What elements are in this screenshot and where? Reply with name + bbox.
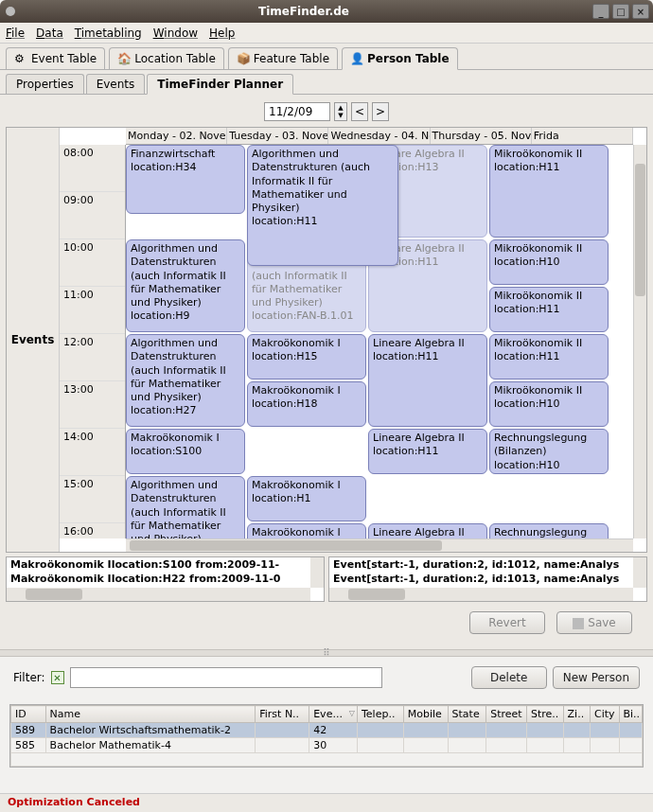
subtab-events[interactable]: Events [86,74,146,94]
time-cell: 10:00 [60,239,125,287]
clear-filter-icon[interactable]: ✕ [51,671,64,684]
gear-icon: ⚙ [14,52,27,65]
calendar-event[interactable]: Mikroökonomik II location:H10 [489,381,609,427]
column-header[interactable]: Street [486,706,527,723]
day-header: Monday - 02. NovemlTuesday - 03. NoverrW… [126,128,633,145]
menu-timetabling[interactable]: Timetabling [75,26,142,40]
house-icon: 🏠 [117,52,131,65]
date-spinner[interactable]: ▲▼ [334,102,347,121]
menu-bar: File Data Timetabling Window Help [0,23,653,44]
calendar-event[interactable]: Mikroökonomik II location:H11 [489,334,609,380]
column-header[interactable]: City [591,706,620,723]
new-person-button[interactable]: New Person [553,666,640,689]
calendar-event[interactable]: Makroökonomik I location:H18 [247,381,366,427]
delete-button[interactable]: Delete [471,666,547,689]
day-header-cell: Thursday - 05. Nover [431,128,532,144]
day-header-cell: Tuesday - 03. Noverr [227,128,328,144]
time-cell: 08:00 [60,145,125,192]
calendar-event[interactable]: Algorithmen und Datenstrukturen (auch In… [126,239,245,332]
table-header-row[interactable]: IDNameFirst N..Eve...Telep..MobileStateS… [11,706,643,723]
planner-grid: Events Monday - 02. NovemlTuesday - 03. … [6,127,647,553]
calendar-event[interactable]: Makroökonomik I location:H1 [247,476,366,521]
time-cell: 12:00 [60,334,125,381]
details-left[interactable]: Makroökonomik Ilocation:S100 from:2009-1… [6,556,325,602]
planner-panel: ▲▼ < > Events Monday - 02. NovemlTuesday… [0,95,653,649]
close-button[interactable]: × [632,4,649,19]
window-buttons: _ □ × [592,4,653,19]
calendar-event[interactable]: Algorithmen und Datenstrukturen (auch In… [247,145,398,266]
menu-help[interactable]: Help [209,26,235,40]
status-bar: Optimization Canceled [0,793,653,812]
horizontal-scrollbar[interactable] [126,538,633,552]
time-cell: 09:00 [60,192,125,239]
time-cell: 13:00 [60,381,125,429]
person-table[interactable]: IDNameFirst N..Eve...Telep..MobileStateS… [9,704,644,768]
maximize-button[interactable]: □ [612,4,629,19]
minimize-button[interactable]: _ [592,4,609,19]
calendar-event[interactable]: Rechnungslegung (Bilanzen) location:H10 [489,429,609,474]
action-row: Revert Save [6,602,647,644]
time-cell: 11:00 [60,287,125,334]
calendar-event[interactable]: Algorithmen und Datenstrukturen (auch In… [126,334,245,427]
time-cell: 16:00 [60,523,125,552]
table-row[interactable] [11,753,643,767]
window-title: TimeFinder.de [15,5,592,18]
calendar-event[interactable]: Makroökonomik I location:S100 [126,429,245,474]
split-divider[interactable] [0,649,653,657]
tab-person-table[interactable]: 👤Person Table [342,47,458,70]
prev-button[interactable]: < [351,102,368,121]
column-header[interactable]: Stre.. [526,706,563,723]
column-header[interactable]: Name [45,706,256,723]
table-row[interactable]: 585Bachelor Mathematik-430 [11,738,643,753]
title-bar: TimeFinder.de _ □ × [0,0,653,23]
filter-row: Filter: ✕ Delete New Person [0,657,653,698]
date-controls: ▲▼ < > [6,100,647,123]
details-right[interactable]: Event[start:-1, duration:2, id:1012, nam… [328,556,647,602]
calendar-event[interactable]: Mikroökonomik II location:H11 [489,287,609,332]
column-header[interactable]: Mobile [403,706,448,723]
filter-input[interactable] [70,667,382,688]
time-cell: 15:00 [60,476,125,523]
calendar-event[interactable]: Mikroökonomik II location:H11 [489,145,609,238]
box-icon: 📦 [237,52,250,65]
menu-data[interactable]: Data [36,26,63,40]
view-tabs: ⚙Event Table 🏠Location Table 📦Feature Ta… [0,44,653,70]
details-row: Makroökonomik Ilocation:S100 from:2009-1… [6,556,647,602]
table-row[interactable]: 589Bachelor Wirtschaftsmathematik-242 [11,723,643,738]
tab-event-table[interactable]: ⚙Event Table [6,47,105,69]
app-menu-dot[interactable] [6,7,15,16]
day-header-cell: Monday - 02. Noveml [126,128,227,144]
time-cell: 14:00 [60,429,125,476]
column-header[interactable]: Bi.. [619,706,642,723]
person-icon: 👤 [350,52,363,65]
save-button[interactable]: Save [556,611,632,634]
column-header[interactable]: Telep.. [358,706,404,723]
next-button[interactable]: > [372,102,389,121]
calendar-event[interactable]: Makroökonomik I location:H15 [247,334,366,380]
column-header[interactable]: Eve... [309,706,358,723]
disk-icon [573,618,584,629]
calendar-event[interactable]: Lineare Algebra II location:H11 [368,429,487,474]
column-header[interactable]: State [448,706,486,723]
sub-tabs: Properties Events TimeFinder Planner [0,70,653,95]
events-label: Events [7,128,60,552]
column-header[interactable]: ID [11,706,46,723]
column-header[interactable]: First N.. [256,706,309,723]
calendar-event[interactable]: Lineare Algebra II location:H11 [368,334,487,427]
day-header-cell: Wednesday - 04. Nov [328,128,430,144]
subtab-planner[interactable]: TimeFinder Planner [147,74,293,95]
tab-feature-table[interactable]: 📦Feature Table [228,47,338,69]
calendar-event[interactable]: Finanzwirtschaft location:H34 [126,145,245,214]
column-header[interactable]: Zi.. [563,706,590,723]
subtab-properties[interactable]: Properties [6,74,84,94]
revert-button[interactable]: Revert [469,611,545,634]
menu-window[interactable]: Window [153,26,198,40]
calendar-event[interactable]: Mikroökonomik II location:H10 [489,239,609,285]
filter-label: Filter: [13,671,45,684]
calendar-cells[interactable]: Finanzwirtschaft location:H34Algorithmen… [126,145,633,538]
day-header-cell: Frida [532,128,633,144]
menu-file[interactable]: File [6,26,25,40]
date-input[interactable] [264,102,330,121]
vertical-scrollbar[interactable] [633,145,646,538]
tab-location-table[interactable]: 🏠Location Table [109,47,224,69]
